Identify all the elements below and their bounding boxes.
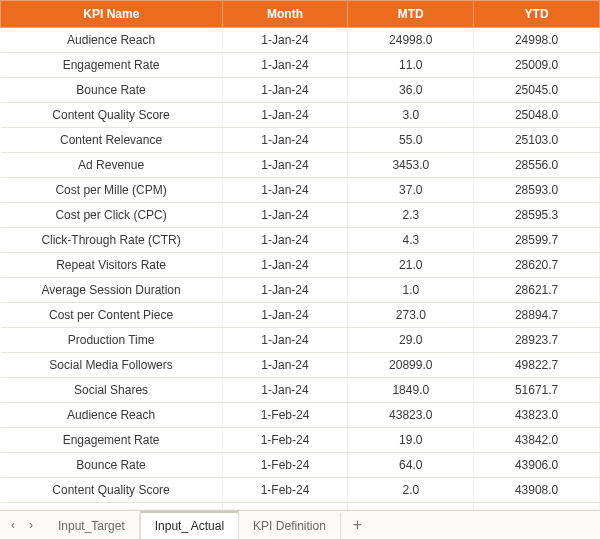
spreadsheet-grid[interactable]: KPI Name Month MTD YTD Audience Reach1-J… <box>0 0 600 510</box>
cell-ytd[interactable]: 28595.3 <box>474 203 600 228</box>
table-row: Ad Revenue1-Jan-243453.028556.0 <box>1 153 600 178</box>
cell-name[interactable]: Cost per Click (CPC) <box>1 203 223 228</box>
cell-name[interactable]: Repeat Visitors Rate <box>1 253 223 278</box>
cell-ytd[interactable]: 28620.7 <box>474 253 600 278</box>
cell-ytd[interactable]: 28593.0 <box>474 178 600 203</box>
cell-mtd[interactable]: 3.0 <box>348 103 474 128</box>
cell-mtd[interactable]: 20899.0 <box>348 353 474 378</box>
cell-mtd[interactable]: 4.3 <box>348 228 474 253</box>
cell-month[interactable]: 1-Jan-24 <box>222 203 348 228</box>
cell-mtd[interactable]: 64.0 <box>348 453 474 478</box>
cell-month[interactable]: 1-Jan-24 <box>222 103 348 128</box>
cell-mtd[interactable]: 71.0 <box>348 503 474 511</box>
cell-month[interactable]: 1-Feb-24 <box>222 403 348 428</box>
sheet-tab[interactable]: KPI Definition <box>239 513 341 539</box>
table-row: Audience Reach1-Jan-2424998.024998.0 <box>1 28 600 53</box>
cell-ytd[interactable]: 28556.0 <box>474 153 600 178</box>
cell-name[interactable]: Content Quality Score <box>1 478 223 503</box>
cell-month[interactable]: 1-Jan-24 <box>222 228 348 253</box>
table-row: Content Quality Score1-Jan-243.025048.0 <box>1 103 600 128</box>
cell-month[interactable]: 1-Jan-24 <box>222 253 348 278</box>
cell-month[interactable]: 1-Feb-24 <box>222 478 348 503</box>
cell-ytd[interactable]: 43906.0 <box>474 453 600 478</box>
cell-name[interactable]: Audience Reach <box>1 403 223 428</box>
cell-name[interactable]: Audience Reach <box>1 28 223 53</box>
cell-month[interactable]: 1-Feb-24 <box>222 503 348 511</box>
cell-ytd[interactable]: 25103.0 <box>474 128 600 153</box>
cell-mtd[interactable]: 2.3 <box>348 203 474 228</box>
cell-month[interactable]: 1-Feb-24 <box>222 428 348 453</box>
cell-name[interactable]: Engagement Rate <box>1 428 223 453</box>
tab-next-icon[interactable]: › <box>24 518 38 532</box>
tab-prev-icon[interactable]: ‹ <box>6 518 20 532</box>
cell-month[interactable]: 1-Feb-24 <box>222 453 348 478</box>
cell-mtd[interactable]: 1849.0 <box>348 378 474 403</box>
cell-ytd[interactable]: 25045.0 <box>474 78 600 103</box>
cell-month[interactable]: 1-Jan-24 <box>222 178 348 203</box>
cell-name[interactable]: Ad Revenue <box>1 153 223 178</box>
cell-mtd[interactable]: 273.0 <box>348 303 474 328</box>
cell-name[interactable]: Bounce Rate <box>1 78 223 103</box>
col-header-name[interactable]: KPI Name <box>1 1 223 28</box>
col-header-month[interactable]: Month <box>222 1 348 28</box>
cell-name[interactable]: Social Media Followers <box>1 353 223 378</box>
cell-mtd[interactable]: 37.0 <box>348 178 474 203</box>
cell-name[interactable]: Engagement Rate <box>1 53 223 78</box>
add-sheet-button[interactable]: + <box>341 512 374 538</box>
cell-name[interactable]: Content Quality Score <box>1 103 223 128</box>
cell-mtd[interactable]: 2.0 <box>348 478 474 503</box>
cell-name[interactable]: Click-Through Rate (CTR) <box>1 228 223 253</box>
cell-name[interactable]: Social Shares <box>1 378 223 403</box>
cell-ytd[interactable]: 43842.0 <box>474 428 600 453</box>
table-row: Content Relevance1-Jan-2455.025103.0 <box>1 128 600 153</box>
table-row: Content Relevance1-Feb-2471.043979.0 <box>1 503 600 511</box>
cell-mtd[interactable]: 43823.0 <box>348 403 474 428</box>
cell-mtd[interactable]: 55.0 <box>348 128 474 153</box>
cell-ytd[interactable]: 43908.0 <box>474 478 600 503</box>
cell-name[interactable]: Cost per Content Piece <box>1 303 223 328</box>
cell-month[interactable]: 1-Jan-24 <box>222 128 348 153</box>
cell-month[interactable]: 1-Jan-24 <box>222 303 348 328</box>
cell-name[interactable]: Cost per Mille (CPM) <box>1 178 223 203</box>
cell-mtd[interactable]: 21.0 <box>348 253 474 278</box>
cell-name[interactable]: Average Session Duration <box>1 278 223 303</box>
sheet-tab[interactable]: Input_Target <box>44 513 140 539</box>
cell-name[interactable]: Bounce Rate <box>1 453 223 478</box>
table-row: Production Time1-Jan-2429.028923.7 <box>1 328 600 353</box>
cell-mtd[interactable]: 29.0 <box>348 328 474 353</box>
cell-ytd[interactable]: 43979.0 <box>474 503 600 511</box>
sheet-tab[interactable]: Input_ Actual <box>140 511 239 539</box>
cell-ytd[interactable]: 28599.7 <box>474 228 600 253</box>
cell-month[interactable]: 1-Jan-24 <box>222 153 348 178</box>
tab-nav: ‹ › <box>0 518 44 532</box>
cell-month[interactable]: 1-Jan-24 <box>222 353 348 378</box>
cell-month[interactable]: 1-Jan-24 <box>222 278 348 303</box>
cell-mtd[interactable]: 3453.0 <box>348 153 474 178</box>
cell-ytd[interactable]: 51671.7 <box>474 378 600 403</box>
cell-ytd[interactable]: 28621.7 <box>474 278 600 303</box>
cell-ytd[interactable]: 24998.0 <box>474 28 600 53</box>
cell-ytd[interactable]: 28894.7 <box>474 303 600 328</box>
cell-ytd[interactable]: 43823.0 <box>474 403 600 428</box>
table-row: Social Media Followers1-Jan-2420899.0498… <box>1 353 600 378</box>
cell-mtd[interactable]: 19.0 <box>348 428 474 453</box>
col-header-mtd[interactable]: MTD <box>348 1 474 28</box>
cell-ytd[interactable]: 25048.0 <box>474 103 600 128</box>
cell-mtd[interactable]: 36.0 <box>348 78 474 103</box>
cell-name[interactable]: Production Time <box>1 328 223 353</box>
cell-month[interactable]: 1-Jan-24 <box>222 78 348 103</box>
cell-ytd[interactable]: 28923.7 <box>474 328 600 353</box>
cell-mtd[interactable]: 11.0 <box>348 53 474 78</box>
table-row: Audience Reach1-Feb-2443823.043823.0 <box>1 403 600 428</box>
cell-ytd[interactable]: 25009.0 <box>474 53 600 78</box>
cell-month[interactable]: 1-Jan-24 <box>222 28 348 53</box>
cell-mtd[interactable]: 24998.0 <box>348 28 474 53</box>
cell-month[interactable]: 1-Jan-24 <box>222 53 348 78</box>
cell-month[interactable]: 1-Jan-24 <box>222 378 348 403</box>
cell-month[interactable]: 1-Jan-24 <box>222 328 348 353</box>
cell-name[interactable]: Content Relevance <box>1 503 223 511</box>
cell-ytd[interactable]: 49822.7 <box>474 353 600 378</box>
cell-mtd[interactable]: 1.0 <box>348 278 474 303</box>
col-header-ytd[interactable]: YTD <box>474 1 600 28</box>
cell-name[interactable]: Content Relevance <box>1 128 223 153</box>
